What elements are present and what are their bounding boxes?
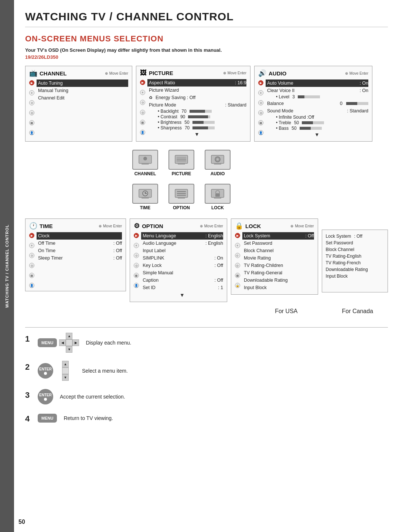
step-1-menu-button[interactable]: MENU: [38, 338, 57, 347]
audio-icon-6: 👤: [258, 130, 263, 135]
step-3-buttons: ENTER: [38, 389, 53, 404]
option-icon-5: ▦: [134, 273, 139, 278]
tv-icon-audio-label: AUDIO: [211, 171, 225, 176]
lock-icon-1: ▶: [235, 233, 240, 238]
lock-usa-items-area: ▶ ≡ ⊙ ◎ ▦ 🔒 Lock System : Off Set Pa: [235, 232, 314, 291]
picture-item-mode: Picture Mode : Standard: [147, 101, 246, 109]
lock-icon-6: 🔒: [235, 283, 240, 288]
step-1-desc: Display each menu.: [86, 340, 131, 346]
step-3-row: 3 ENTER Accept the current selection.: [25, 389, 388, 404]
for-usa-label: For USA: [275, 308, 297, 315]
option-item-simplemanual: Simple Manual: [141, 269, 223, 277]
step-1-row: 1 MENU ▲ ◀ ▶ ▼: [25, 333, 388, 353]
audio-item-autovolume: Auto Volume : On: [266, 79, 368, 87]
bottom-tv-icons-row: TIME OPTION LOCK: [132, 184, 231, 210]
audio-icon-5: ▦: [258, 120, 263, 125]
step-1-dpad[interactable]: ▲ ◀ ▶ ▼: [59, 333, 79, 353]
time-header: 🕐 TIME ⊕ Move Enter: [29, 222, 122, 230]
bottom-tv-icons-connector: TIME OPTION LOCK: [25, 184, 388, 210]
tv-icon-time-label: TIME: [140, 205, 151, 210]
top-tv-icons-row: CHANNEL PICTURE AUDIO: [132, 150, 231, 176]
option-icon-3: ⊙: [134, 253, 139, 258]
tv-icon-lock: LOCK: [205, 184, 231, 210]
audio-title: 🔊 AUDIO: [258, 69, 286, 77]
channel-items-area: ▶ ≡ ⊙ ◎ ▦ 👤 Auto Tuning Manual Tuning: [29, 79, 128, 135]
option-items-area: ▶ ≡ ⊙ ◎ ▦ 👤 Menu Language : English: [134, 232, 223, 299]
picture-title: 🖼 PICTURE: [140, 69, 173, 77]
option-item-keylock: Key Lock : Off: [141, 262, 223, 269]
step-4-desc: Return to TV viewing.: [64, 415, 113, 421]
lock-usa-side-icons: ▶ ≡ ⊙ ◎ ▦ 🔒: [235, 232, 240, 291]
picture-header: 🖼 PICTURE ⊕ Move Enter: [140, 69, 246, 77]
channel-icon-2: ≡: [29, 90, 34, 95]
svg-rect-5: [177, 157, 186, 162]
tv-icon-lock-label: LOCK: [211, 205, 224, 210]
option-icon-6: 👤: [134, 283, 139, 288]
menu-diagrams: 📺 CHANNEL ⊕ Move Enter ▶ ≡ ⊙ ◎: [25, 66, 388, 321]
picture-icon-6: 👤: [140, 130, 145, 135]
svg-rect-1: [141, 163, 149, 165]
svg-rect-8: [214, 163, 221, 165]
picture-icon-1: ▶: [140, 80, 145, 85]
canada-item-tvfrench: TV Rating-French: [326, 260, 384, 266]
step-4-menu-button[interactable]: MENU: [38, 414, 57, 423]
sidebar-label: WATCHING TV / CHANNEL CONTROL: [5, 224, 9, 308]
lock-usa-title: 🔒 LOCK: [235, 222, 261, 230]
time-icon-5: ▦: [29, 273, 34, 278]
audio-sub-infinitesound: • Infinite Sound :Off: [266, 115, 368, 120]
picture-items-area: ▶ ≡ ⊙ ◎ ▦ 👤 Aspect Ratio : 16:9 Pict: [140, 79, 246, 138]
step-3-desc: Accept the current selection.: [60, 394, 125, 400]
dpad-left[interactable]: ◀: [59, 339, 66, 346]
picture-sub-backlight: • Backlight 70: [147, 109, 246, 114]
audio-nav-hint: ⊕ Move Enter: [345, 71, 368, 75]
page-title: WATCHING TV / CHANNEL CONTROL: [25, 10, 388, 27]
step-2-enter-button[interactable]: ENTER: [38, 363, 53, 379]
bottom-menus-row: 🕐 TIME ⊕ Move Enter ▶ ≡ ⊙ ◎ ▦: [25, 218, 388, 302]
lock-icon-5: ▦: [235, 273, 240, 278]
lock-item-tvchildren: TV Rating-Children: [242, 262, 314, 269]
audio-items-area: ▶ ≡ ⊙ ◎ ▦ 👤 Auto Volume : On Clear V: [258, 79, 368, 138]
picture-menu-box: 🖼 PICTURE ⊕ Move Enter ▶ ≡ ⊙ ◎ ▦: [136, 66, 250, 142]
step-2-desc: Select a menu item.: [82, 368, 128, 374]
channel-icon-6: 👤: [29, 130, 34, 135]
picture-icon-3: ⊙: [140, 100, 145, 105]
option-item-menulang: Menu Language : English: [141, 232, 223, 240]
channel-items-list: Auto Tuning Manual Tuning Channel Edit: [37, 79, 128, 135]
lock-usa-menu-box: 🔒 LOCK ⊕ Move Enter ▶ ≡ ⊙ ◎ ▦: [231, 218, 318, 295]
time-item-offtime: Off Time : Off: [37, 240, 122, 247]
lock-item-movierating: Movie Rating: [242, 254, 314, 262]
audio-item-balance: Balance 0: [266, 100, 368, 107]
dpad-center: [66, 339, 72, 346]
lock-item-tvgeneral: TV Rating-General: [242, 269, 314, 277]
time-icon-2: ≡: [29, 243, 34, 248]
channel-item-channeledit: Channel Edit: [37, 94, 128, 102]
steps-section: 1 MENU ▲ ◀ ▶ ▼: [25, 333, 388, 424]
lock-usa-header: 🔒 LOCK ⊕ Move Enter: [235, 222, 314, 230]
tv-icons-connector: CHANNEL PICTURE AUDIO: [25, 150, 388, 176]
channel-side-icons: ▶ ≡ ⊙ ◎ ▦ 👤: [29, 79, 34, 135]
option-item-inputlabel: Input Label: [141, 247, 223, 254]
dpad-right[interactable]: ▶: [72, 339, 79, 346]
lock-icon-3: ⊙: [235, 253, 240, 258]
channel-icon-5: ▦: [29, 120, 34, 125]
picture-sub-contrast: • Contrast 90: [147, 114, 246, 119]
time-item-sleeptimer: Sleep Timer : Off: [37, 254, 122, 262]
step-3-enter-button[interactable]: ENTER: [38, 389, 53, 404]
time-items-area: ▶ ≡ ⊙ ◎ ▦ 👤 Clock Off Time : Off: [29, 232, 122, 288]
picture-item-aspectratio: Aspect Ratio : 16:9: [147, 79, 246, 87]
audio-icon-1: ▶: [258, 80, 263, 85]
canada-item-locksystem: Lock System: Off: [326, 233, 384, 240]
time-icon-6: 👤: [29, 283, 34, 288]
svg-rect-17: [178, 197, 185, 199]
audio-icon-3: ⊙: [258, 100, 263, 105]
time-item-clock: Clock: [37, 232, 122, 240]
svg-rect-4: [178, 163, 185, 165]
picture-item-energy: ♻ Energy Saving : Off: [147, 94, 246, 101]
channel-nav-hint: ⊕ Move Enter: [105, 71, 128, 75]
option-item-caption: Caption : Off: [141, 277, 223, 284]
picture-arrow-down: ▼: [147, 131, 246, 137]
time-side-icons: ▶ ≡ ⊙ ◎ ▦ 👤: [29, 232, 34, 288]
dpad-up[interactable]: ▲: [66, 333, 72, 339]
step-2-dpad[interactable]: ▲ ▼: [55, 361, 75, 381]
dpad-down[interactable]: ▼: [66, 346, 72, 353]
